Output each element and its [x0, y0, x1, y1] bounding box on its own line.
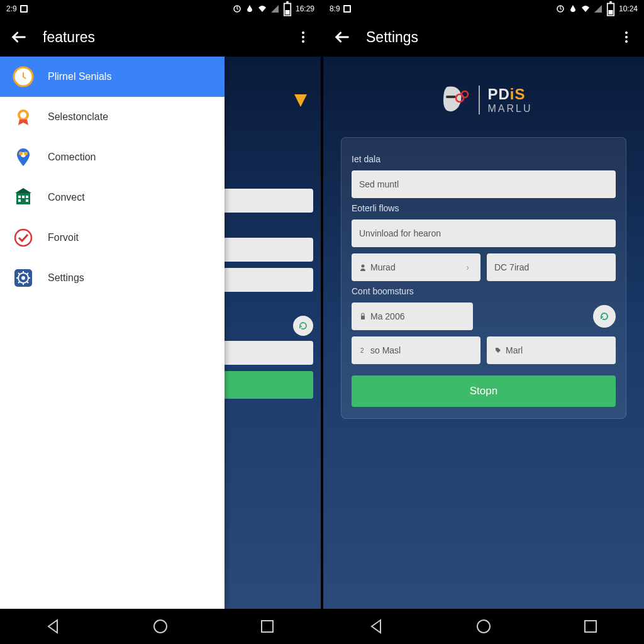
- svg-point-38: [477, 620, 490, 633]
- digit-icon: 2: [359, 347, 367, 354]
- input-unvinload[interactable]: Unvinload for hearon: [352, 219, 616, 247]
- nav-recent-icon[interactable]: [258, 618, 276, 635]
- peek-input[interactable]: [218, 341, 313, 365]
- svg-point-22: [21, 276, 25, 280]
- nav-back-icon[interactable]: [45, 618, 62, 635]
- svg-rect-16: [26, 196, 28, 198]
- drawer-item-plirnel[interactable]: Plirnel Senials: [0, 57, 225, 97]
- svg-rect-17: [18, 199, 21, 202]
- battery-icon: [283, 4, 292, 13]
- drawer-label: Selestonclate: [48, 111, 108, 123]
- svg-rect-29: [608, 10, 613, 14]
- svg-rect-39: [585, 621, 596, 632]
- drawer-item-forvoit[interactable]: Forvoit: [0, 218, 225, 258]
- svg-point-23: [154, 620, 167, 633]
- sync-icon: [556, 4, 565, 13]
- status-notif-text: 8:9: [330, 4, 340, 13]
- wifi-icon: [258, 4, 267, 13]
- nav-recent-icon[interactable]: [582, 618, 599, 635]
- input-sed-muntl[interactable]: Sed muntl: [352, 170, 616, 198]
- status-bar: 2:9 16:29: [0, 0, 321, 18]
- svg-point-35: [362, 265, 365, 268]
- nav-home-icon[interactable]: [152, 618, 169, 635]
- app-badge-icon: [19, 4, 28, 13]
- phone-left: 2:9 16:29 features: [0, 0, 321, 644]
- check-icon: [13, 227, 34, 248]
- svg-rect-18: [26, 199, 28, 202]
- refresh-icon: [599, 311, 610, 322]
- svg-point-12: [24, 152, 28, 155]
- drawer-item-comection[interactable]: Comection: [0, 137, 225, 177]
- submit-button[interactable]: Stopn: [352, 375, 616, 407]
- peek-input[interactable]: [218, 189, 313, 213]
- status-bar: 8:9 10:24: [323, 0, 644, 18]
- back-icon[interactable]: [10, 28, 28, 46]
- drawer-item-convect[interactable]: Convect: [0, 177, 225, 218]
- tag-icon: [494, 347, 502, 354]
- content-peek: [218, 57, 321, 609]
- svg-point-19: [15, 230, 31, 246]
- svg-rect-1: [21, 6, 26, 11]
- content-area: PDiS MARLU Iet dala Sed muntl Eoterli fl…: [323, 57, 644, 609]
- svg-rect-4: [285, 10, 289, 14]
- drawer-label: Comection: [48, 152, 96, 163]
- drawer-label: Forvoit: [48, 232, 79, 243]
- drawer-item-selestonclate[interactable]: Selestonclate: [0, 97, 225, 137]
- drawer-item-settings[interactable]: Settings: [0, 258, 225, 298]
- nav-drawer: Plirnel Senials Selestonclate Comection …: [0, 57, 225, 609]
- settings-form: Iet dala Sed muntl Eoterli flows Unvinlo…: [341, 137, 626, 419]
- input-ma-2006[interactable]: Ma 2006: [352, 303, 473, 330]
- page-title: Settings: [366, 29, 418, 46]
- drop-icon: [569, 4, 577, 13]
- svg-point-9: [20, 112, 26, 118]
- svg-rect-26: [345, 6, 350, 11]
- svg-rect-14: [18, 196, 21, 198]
- badge-icon: [13, 106, 34, 128]
- label-eoterli-flows: Eoterli flows: [352, 203, 616, 213]
- status-notif-text: 2:9: [6, 4, 17, 13]
- nav-home-icon[interactable]: [475, 618, 492, 635]
- status-time: 16:29: [296, 4, 314, 13]
- input-marl[interactable]: Marl: [487, 336, 616, 364]
- back-icon[interactable]: [333, 28, 351, 46]
- input-murad[interactable]: Murad ›: [352, 253, 480, 281]
- signal-icon: [594, 4, 602, 13]
- svg-line-34: [462, 96, 463, 96]
- signal-icon: [270, 4, 279, 13]
- svg-rect-24: [262, 621, 273, 632]
- app-bar: features: [0, 18, 321, 57]
- svg-rect-5: [286, 1, 289, 4]
- svg-rect-36: [361, 316, 365, 319]
- drawer-label: Plirnel Senials: [48, 71, 111, 82]
- app-badge-icon: [343, 4, 352, 13]
- android-nav-bar: [323, 609, 644, 644]
- overflow-menu-icon[interactable]: [296, 30, 311, 45]
- refresh-icon[interactable]: [293, 316, 313, 336]
- pin-icon: [13, 147, 34, 168]
- peek-submit[interactable]: [218, 371, 313, 399]
- gear-icon: [13, 267, 34, 289]
- lock-icon: [359, 313, 367, 320]
- svg-rect-15: [22, 196, 25, 198]
- battery-icon: [606, 4, 615, 13]
- peek-input[interactable]: [218, 268, 313, 292]
- logo-line2: MARLU: [487, 103, 532, 114]
- page-title: features: [43, 29, 95, 46]
- user-icon: [359, 264, 367, 271]
- label-cont-boomsturs: Cont boomsturs: [352, 286, 616, 296]
- chevron-right-icon: ›: [466, 262, 469, 272]
- peek-input[interactable]: [218, 238, 313, 262]
- input-dc-7irad[interactable]: DC 7irad: [487, 253, 616, 281]
- svg-rect-13: [16, 193, 30, 204]
- logo: PDiS MARLU: [323, 57, 644, 137]
- refresh-button[interactable]: [593, 305, 616, 328]
- label-iet-dala: Iet dala: [352, 154, 616, 164]
- app-bar: Settings: [323, 18, 644, 57]
- svg-text:2: 2: [360, 347, 364, 354]
- overflow-menu-icon[interactable]: [619, 30, 634, 45]
- logo-line1: PDiS: [487, 86, 532, 103]
- clock-icon: [13, 66, 34, 87]
- sync-icon: [233, 4, 242, 13]
- input-so-masl[interactable]: 2 so Masl: [352, 336, 480, 364]
- nav-back-icon[interactable]: [368, 618, 386, 635]
